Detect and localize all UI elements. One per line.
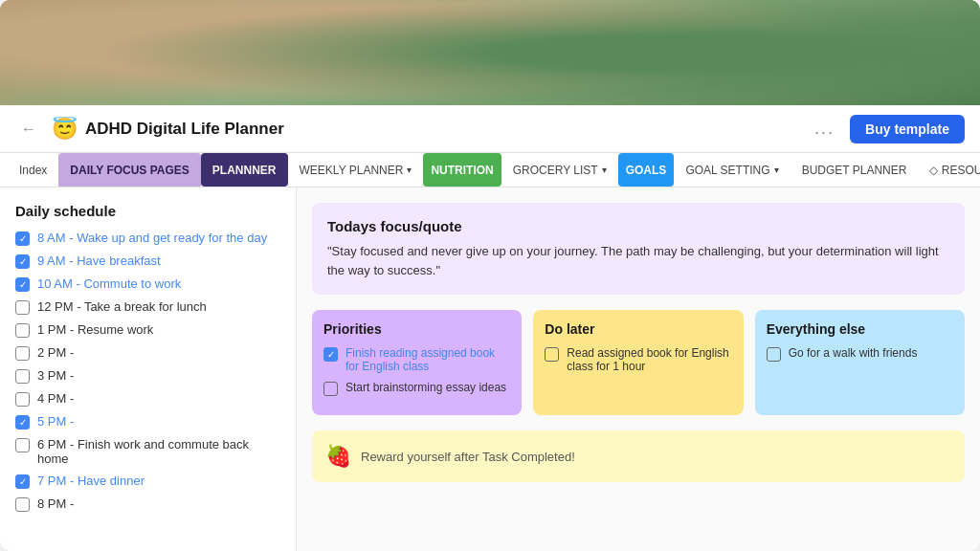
priority-col-title: Everything else (767, 321, 953, 337)
schedule-checkbox[interactable] (15, 300, 30, 315)
priority-column-everything-else: Everything elseGo for a walk with friend… (755, 310, 965, 415)
schedule-checkbox[interactable]: ✓ (15, 231, 30, 246)
tab-planner[interactable]: PLANNNER (201, 153, 288, 187)
schedule-item: ✓9 AM - Have breakfast (15, 253, 280, 269)
priority-item-text: Read assigned book for English class for… (567, 346, 731, 373)
schedule-checkbox[interactable] (15, 438, 30, 452)
tab-goal-setting[interactable]: GOAL SETTING ▾ (674, 153, 790, 187)
schedule-checkbox[interactable] (15, 497, 30, 512)
schedule-item-text: 5 PM - (37, 414, 74, 429)
reward-card: 🍓 Reward yourself after Task Completed! (312, 430, 965, 482)
schedule-item-text: 8 AM - Wake up and get ready for the day (37, 231, 267, 245)
focus-card-title: Todays focus/quote (327, 218, 949, 234)
tab-weekly-planner[interactable]: WEEKLY PLANNER ▾ (288, 153, 424, 187)
tab-daily-focus[interactable]: DAILY FOCUS PAGES (58, 153, 200, 187)
page-emoji: 😇 (52, 117, 78, 142)
priority-col-title: Do later (545, 321, 731, 337)
schedule-item: 6 PM - Finish work and commute back home (15, 437, 280, 466)
schedule-checkbox[interactable]: ✓ (15, 277, 30, 292)
app-window: ← 😇 ADHD Digital Life Planner ... Buy te… (0, 0, 980, 551)
title-bar: ← 😇 ADHD Digital Life Planner ... Buy te… (0, 105, 980, 153)
tab-resources[interactable]: ◇ RESOURCES (918, 153, 980, 187)
schedule-item-text: 7 PM - Have dinner (37, 474, 145, 488)
tab-budget[interactable]: BUDGET PLANNER (791, 153, 919, 187)
reward-text: Reward yourself after Task Completed! (361, 450, 575, 464)
schedule-checkbox[interactable]: ✓ (15, 474, 30, 489)
schedule-item: 3 PM - (15, 368, 280, 384)
schedule-list: ✓8 AM - Wake up and get ready for the da… (15, 231, 280, 512)
priority-item: Start brainstorming essay ideas (323, 381, 510, 396)
schedule-item: ✓8 AM - Wake up and get ready for the da… (15, 231, 280, 246)
schedule-item: ✓7 PM - Have dinner (15, 474, 280, 489)
schedule-checkbox[interactable] (15, 392, 30, 407)
priority-column-do-later: Do laterRead assigned book for English c… (533, 310, 743, 415)
tab-index[interactable]: Index (8, 153, 58, 187)
more-options-button[interactable]: ... (807, 117, 842, 141)
chevron-icon: ▾ (407, 165, 412, 175)
schedule-item-text: 2 PM - (37, 345, 74, 360)
nav-tabs: Index DAILY FOCUS PAGES PLANNNER WEEKLY … (0, 153, 980, 187)
schedule-item-text: 1 PM - Resume work (37, 322, 153, 337)
priority-checkbox[interactable]: ✓ (323, 347, 338, 362)
schedule-item: 8 PM - (15, 496, 280, 512)
schedule-item: ✓10 AM - Commute to work (15, 276, 280, 292)
priority-item-text: Go for a walk with friends (789, 346, 918, 360)
priority-item: Read assigned book for English class for… (545, 346, 731, 373)
priority-columns: Priorities✓Finish reading assigned book … (312, 310, 965, 415)
left-panel: Daily schedule ✓8 AM - Wake up and get r… (0, 187, 297, 551)
priority-checkbox[interactable] (545, 347, 559, 362)
schedule-item: 1 PM - Resume work (15, 322, 280, 338)
schedule-item: 2 PM - (15, 345, 280, 361)
tab-goals[interactable]: GOALS (618, 153, 675, 187)
schedule-checkbox[interactable]: ✓ (15, 415, 30, 430)
tab-grocery-list[interactable]: GROCERY LIST ▾ (501, 153, 618, 187)
buy-template-button[interactable]: Buy template (850, 115, 965, 143)
right-panel: Todays focus/quote "Stay focused and nev… (297, 187, 980, 551)
schedule-item-text: 4 PM - (37, 391, 74, 406)
priority-checkbox[interactable] (323, 382, 338, 396)
schedule-checkbox[interactable]: ✓ (15, 254, 30, 269)
schedule-item-text: 3 PM - (37, 368, 74, 383)
schedule-item: ✓5 PM - (15, 414, 280, 430)
chevron-icon: ▾ (602, 165, 607, 175)
schedule-item-text: 10 AM - Commute to work (37, 276, 181, 291)
priority-col-title: Priorities (323, 321, 510, 337)
page-title: ADHD Digital Life Planner (85, 120, 807, 139)
focus-card-text: "Stay focused and never give up on your … (327, 242, 949, 279)
schedule-checkbox[interactable] (15, 369, 30, 384)
schedule-checkbox[interactable] (15, 323, 30, 338)
priority-item: ✓Finish reading assigned book for Englis… (323, 346, 510, 373)
tab-nutrition[interactable]: NUTRITION (423, 153, 501, 187)
priority-item: Go for a walk with friends (767, 346, 953, 362)
priority-column-priorities: Priorities✓Finish reading assigned book … (312, 310, 522, 415)
schedule-checkbox[interactable] (15, 346, 30, 361)
schedule-item-text: 12 PM - Take a break for lunch (37, 299, 207, 314)
priority-item-text: Start brainstorming essay ideas (345, 381, 506, 394)
priority-item-text: Finish reading assigned book for English… (345, 346, 510, 373)
schedule-title: Daily schedule (15, 203, 280, 219)
reward-emoji: 🍓 (325, 444, 351, 469)
schedule-item-text: 9 AM - Have breakfast (37, 253, 161, 268)
hero-banner (0, 0, 980, 105)
schedule-item-text: 8 PM - (37, 496, 74, 511)
schedule-item-text: 6 PM - Finish work and commute back home (37, 437, 280, 466)
schedule-item: 12 PM - Take a break for lunch (15, 299, 280, 315)
back-button[interactable]: ← (15, 119, 42, 140)
priority-checkbox[interactable] (767, 347, 781, 362)
schedule-item: 4 PM - (15, 391, 280, 407)
chevron-icon: ▾ (774, 165, 779, 175)
main-content: Daily schedule ✓8 AM - Wake up and get r… (0, 187, 980, 551)
focus-card: Todays focus/quote "Stay focused and nev… (312, 203, 965, 295)
